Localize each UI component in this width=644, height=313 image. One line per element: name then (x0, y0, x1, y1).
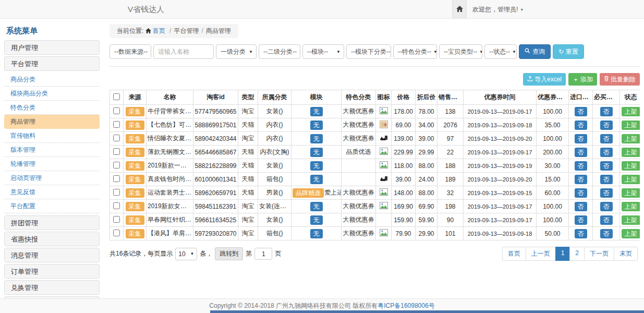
filter-select-2[interactable]: --模块--▼ (302, 44, 344, 59)
row-checkbox[interactable] (113, 107, 120, 114)
reset-button[interactable]: ↻ 重置 (553, 44, 584, 59)
sidebar-submenu: 商品分类模块商品分类特色分类商品管理宣传物料版本管理轮播管理启动页管理意见反馈平… (4, 73, 100, 213)
pager-button[interactable]: 1 (555, 247, 570, 261)
import-select-toggle[interactable]: 否 (575, 161, 587, 171)
must-buy-toggle[interactable]: 否 (600, 202, 613, 211)
filter-select-3[interactable]: --模块下分类--▼ (346, 44, 391, 59)
home-button[interactable] (452, 0, 467, 18)
select-all-checkbox[interactable] (113, 93, 120, 100)
must-buy-toggle[interactable]: 否 (600, 148, 613, 157)
must-buy-toggle[interactable]: 否 (600, 229, 613, 238)
status-badge[interactable]: 上架 (622, 188, 640, 198)
sidebar-subitem[interactable]: 商品管理 (4, 115, 100, 129)
filter-select-4[interactable]: --特色分类--▼ (393, 44, 437, 59)
sidebar-subitem[interactable]: 商品分类 (4, 73, 100, 87)
status-badge[interactable]: 上架 (622, 161, 640, 171)
import-excel-button[interactable]: 导入excel (523, 73, 566, 86)
sales-cell: 188 (438, 159, 464, 173)
must-buy-toggle[interactable]: 否 (600, 175, 613, 184)
status-badge[interactable]: 上架 (622, 202, 640, 211)
row-checkbox[interactable] (113, 162, 120, 168)
pager-button[interactable]: 上一页 (526, 247, 556, 261)
special-category-cell (342, 173, 376, 186)
row-checkbox[interactable] (113, 148, 120, 155)
row-checkbox[interactable] (113, 216, 120, 223)
column-header: 进口优选 (569, 90, 593, 105)
status-badge[interactable]: 上架 (622, 148, 640, 157)
name-search-input[interactable] (153, 44, 214, 59)
sidebar-item-user-mgmt[interactable]: 用户管理 (4, 40, 100, 55)
import-select-toggle[interactable]: 否 (575, 121, 587, 130)
jump-button[interactable]: 跳转到 (215, 247, 243, 260)
import-select-toggle[interactable]: 否 (575, 202, 587, 211)
must-buy-toggle[interactable]: 否 (600, 134, 613, 143)
sidebar-item-after-1[interactable]: 省惠快报 (4, 232, 100, 246)
row-checkbox[interactable] (113, 135, 120, 141)
batch-delete-button[interactable]: 批量删除 (600, 73, 640, 86)
row-checkbox[interactable] (113, 202, 120, 209)
row-checkbox[interactable] (113, 230, 120, 236)
import-select-toggle[interactable]: 否 (575, 215, 587, 225)
sidebar-item-after-3[interactable]: 订单管理 (4, 264, 100, 279)
status-badge[interactable]: 上架 (622, 175, 640, 184)
import-select-toggle[interactable]: 否 (575, 175, 587, 184)
status-badge[interactable]: 上架 (622, 107, 640, 116)
sidebar-subitem[interactable]: 启动页管理 (4, 171, 100, 185)
sidebar-item-after-4[interactable]: 兑换管理 (4, 280, 100, 295)
import-select-toggle[interactable]: 否 (575, 148, 587, 157)
sidebar-subitem[interactable]: 平台配置 (4, 199, 100, 213)
sidebar-subitem[interactable]: 模块商品分类 (4, 87, 100, 101)
sidebar-subitem[interactable]: 特色分类 (4, 101, 100, 115)
breadcrumb-home-link[interactable]: 首页 (145, 27, 167, 34)
status-badge[interactable]: 上架 (622, 134, 640, 143)
breadcrumb-separator: / (201, 27, 203, 34)
filter-select-6[interactable]: --状态--▼ (484, 44, 517, 59)
status-badge[interactable]: 上架 (622, 215, 640, 225)
pager-button[interactable]: 2 (569, 247, 585, 261)
data-source-select[interactable]: --数据来源--▼ (110, 44, 151, 59)
import-select-toggle[interactable]: 否 (575, 229, 587, 238)
column-header: 模块 (291, 90, 342, 105)
filter-select-0[interactable]: 一级分类▼ (216, 44, 257, 59)
add-button[interactable]: ＋ 添加 (568, 73, 597, 86)
filter-select-5[interactable]: --宝贝类型--▼ (439, 44, 482, 59)
status-badge[interactable]: 上架 (622, 121, 640, 130)
row-checkbox[interactable] (113, 189, 120, 196)
row-checkbox[interactable] (113, 121, 120, 128)
user-menu[interactable]: 欢迎您，管理员!▼ (472, 0, 524, 19)
icp-link[interactable]: 粤ICP备16098006号 (378, 302, 434, 309)
must-buy-toggle[interactable]: 否 (600, 215, 613, 225)
must-buy-toggle[interactable]: 否 (600, 161, 613, 171)
sidebar-item-platform-mgmt[interactable]: 平台管理 (4, 56, 100, 71)
sidebar-subitem[interactable]: 宣传物料 (4, 129, 100, 143)
breadcrumb-item[interactable]: 商品管理 (206, 27, 231, 34)
table-row: 采集运动套装男士卫衣初秋...589620659791天猫男装()品牌精选爱上运… (110, 186, 640, 200)
sales-cell: 2076 (438, 118, 464, 132)
page-size-select[interactable]: 10▼ (175, 248, 197, 260)
source-badge: 采集 (126, 161, 144, 171)
sidebar-subitem[interactable]: 版本管理 (4, 143, 100, 157)
status-badge[interactable]: 上架 (622, 229, 640, 238)
must-buy-toggle[interactable]: 否 (600, 107, 613, 116)
pager-button[interactable]: 下一页 (584, 247, 614, 261)
pager-button[interactable]: 首页 (502, 247, 526, 261)
sidebar-item-after-2[interactable]: 消息管理 (4, 248, 100, 262)
must-buy-toggle[interactable]: 否 (600, 188, 613, 198)
import-select-toggle[interactable]: 否 (575, 107, 587, 116)
must-buy-toggle[interactable]: 否 (600, 121, 613, 130)
caret-down-icon: ▼ (190, 251, 194, 256)
pager-button[interactable]: 末页 (614, 247, 638, 261)
import-select-toggle[interactable]: 否 (575, 188, 587, 198)
sidebar-item-after-0[interactable]: 拼团管理 (4, 215, 100, 230)
sidebar-subitem[interactable]: 意见反馈 (4, 185, 100, 199)
special-category-cell: 大额优惠券 (342, 213, 376, 227)
page-number-input[interactable] (254, 248, 272, 260)
row-checkbox[interactable] (113, 175, 120, 182)
breadcrumb-item[interactable]: 平台管理 (174, 27, 199, 34)
sidebar-subitem[interactable]: 轮播管理 (4, 157, 100, 171)
trash-icon (604, 76, 609, 83)
query-button[interactable]: 查询 (519, 44, 551, 59)
import-select-toggle[interactable]: 否 (575, 134, 587, 143)
filter-select-1[interactable]: --二级分类--▼ (259, 44, 300, 59)
must-buy-cell: 否 (593, 173, 620, 186)
